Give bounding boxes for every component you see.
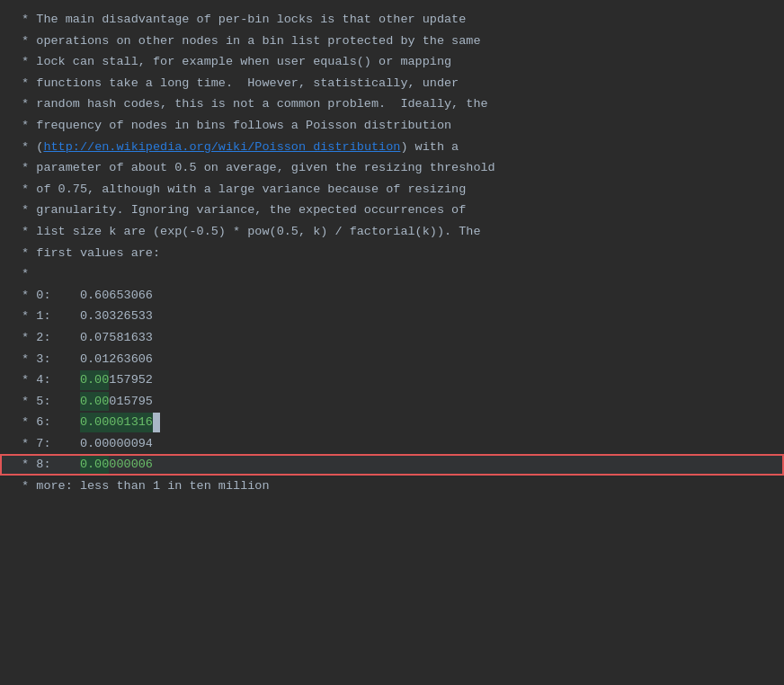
line-label: 5: (36, 392, 80, 412)
line-prefix: * (14, 350, 36, 369)
line-prefix: * (14, 10, 36, 30)
line-prefix: * (14, 264, 29, 284)
line-prefix: * (14, 434, 36, 454)
line-prefix: * (14, 392, 36, 412)
line-text: of 0.75, although with a large variance … (36, 180, 466, 200)
line-highlight: 0.00 (80, 370, 109, 390)
code-line-17: * 3: 0.01263606 (0, 349, 784, 370)
line-prefix: * (14, 413, 36, 432)
line-rest: 157952 (109, 370, 153, 390)
code-line-8: * parameter of about 0.5 on average, giv… (0, 157, 784, 179)
line-prefix: * (14, 200, 36, 220)
code-line-1: * The main disadvantage of per-bin locks… (0, 9, 784, 31)
line-text: operations on other nodes in a bin list … (36, 31, 480, 51)
line-text: random hash codes, this is not a common … (36, 94, 487, 114)
code-line-10: * granularity. Ignoring variance, the ex… (0, 200, 784, 221)
line-prefix: * (14, 31, 36, 51)
code-line-12: * first values are: (0, 243, 784, 264)
line-text: list size k are (exp(-0.5) * pow(0.5, k)… (36, 222, 480, 242)
line-prefix: * (14, 222, 36, 242)
code-line-13: * (0, 263, 784, 285)
line-after-link: ) with a (400, 138, 459, 157)
code-line-9: * of 0.75, although with a large varianc… (0, 179, 784, 200)
code-line-22: * 8: 0.00000006 (0, 454, 784, 476)
line-label: 8: (36, 455, 80, 475)
line-prefix: * (14, 286, 36, 306)
code-editor: * The main disadvantage of per-bin locks… (0, 0, 784, 685)
code-line-3: * lock can stall, for example when user … (0, 51, 784, 73)
line-text: more: less than 1 in ten million (36, 476, 269, 496)
line-prefix: * (14, 328, 36, 348)
line-highlight: 0.00001316 (80, 413, 153, 432)
line-rest: 000006 (109, 455, 153, 475)
code-line-5: * random hash codes, this is not a commo… (0, 93, 784, 115)
line-label: 4: (36, 370, 80, 390)
line-prefix: * (14, 116, 36, 136)
line-prefix: * (14, 476, 36, 496)
code-line-16: * 2: 0.07581633 (0, 327, 784, 349)
code-line-2: * operations on other nodes in a bin lis… (0, 31, 784, 52)
line-prefix: * (14, 307, 36, 326)
code-line-21: * 7: 0.00000094 (0, 433, 784, 455)
line-text: granularity. Ignoring variance, the expe… (36, 200, 466, 220)
wikipedia-link[interactable]: http://en.wikipedia.org/wiki/Poisson_dis… (43, 138, 400, 157)
code-line-11: * list size k are (exp(-0.5) * pow(0.5, … (0, 221, 784, 243)
line-prefix: * (14, 180, 36, 200)
line-text: 0: 0.60653066 (36, 286, 153, 306)
line-text: functions take a long time. However, sta… (36, 74, 459, 93)
line-text: 2: 0.07581633 (36, 328, 153, 348)
line-text: The main disadvantage of per-bin locks i… (36, 10, 466, 30)
line-highlight: 0.00 (80, 455, 109, 475)
code-line-19: * 5: 0.00015795 (0, 391, 784, 413)
line-prefix: * (14, 74, 36, 93)
line-prefix: * (14, 138, 36, 157)
text-cursor (153, 413, 160, 432)
line-highlight: 0.00 (80, 392, 109, 412)
line-prefix: * (14, 244, 36, 263)
code-line-18: * 4: 0.00157952 (0, 369, 784, 391)
line-text: 3: 0.01263606 (36, 350, 153, 369)
code-line-23: * more: less than 1 in ten million (0, 476, 784, 497)
line-paren-open: ( (36, 138, 43, 157)
line-text: 7: 0.00000094 (36, 434, 153, 454)
code-line-15: * 1: 0.30326533 (0, 306, 784, 327)
line-prefix: * (14, 455, 36, 475)
line-text: first values are: (36, 244, 160, 263)
code-line-20: * 6: 0.00001316 (0, 412, 784, 433)
code-line-7: * (http://en.wikipedia.org/wiki/Poisson_… (0, 137, 784, 158)
code-line-4: * functions take a long time. However, s… (0, 73, 784, 94)
line-rest: 015795 (109, 392, 153, 412)
code-line-6: * frequency of nodes in bins follows a P… (0, 115, 784, 137)
code-line-14: * 0: 0.60653066 (0, 285, 784, 307)
line-prefix: * (14, 94, 36, 114)
line-text: lock can stall, for example when user eq… (36, 52, 451, 72)
line-text: 1: 0.30326533 (36, 307, 153, 326)
line-prefix: * (14, 158, 36, 178)
line-text: frequency of nodes in bins follows a Poi… (36, 116, 451, 136)
line-label: 6: (36, 413, 80, 432)
line-prefix: * (14, 52, 36, 72)
line-prefix: * (14, 370, 36, 390)
line-text: parameter of about 0.5 on average, given… (36, 158, 494, 178)
